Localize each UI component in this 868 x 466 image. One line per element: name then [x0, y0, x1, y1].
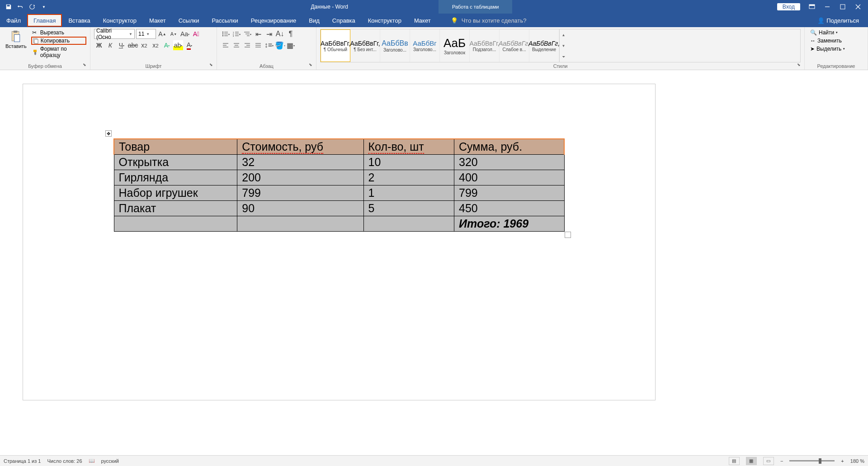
numbering-button[interactable]: 123▾: [231, 29, 241, 39]
page-indicator[interactable]: Страница 1 из 1: [4, 458, 41, 464]
style-normal[interactable]: АаБбВвГг,¶ Обычный: [321, 29, 350, 62]
align-left-button[interactable]: [221, 40, 231, 50]
tab-table-layout[interactable]: Макет: [408, 14, 437, 27]
grow-font-button[interactable]: A▲: [157, 29, 167, 39]
style-emphasis[interactable]: АаБбВвГг,Выделение: [529, 29, 559, 62]
clipboard-launcher-icon[interactable]: ⬊: [83, 62, 89, 69]
web-layout-button[interactable]: ▭: [763, 457, 774, 465]
font-launcher-icon[interactable]: ⬊: [209, 62, 216, 69]
bold-button[interactable]: Ж: [94, 40, 104, 50]
table-row[interactable]: Набор игрушек7991799: [114, 185, 564, 201]
tell-me-search[interactable]: 💡 Что вы хотите сделать?: [437, 17, 527, 24]
tab-view[interactable]: Вид: [302, 14, 326, 27]
subscript-button[interactable]: x2: [139, 40, 149, 50]
table-header-row[interactable]: Товар Стоимость, руб Кол-во, шт Сумма, р…: [114, 139, 564, 155]
header-cell[interactable]: Сумма, руб.: [454, 139, 564, 155]
change-case-button[interactable]: Aa▾: [180, 29, 190, 39]
style-heading1[interactable]: АаБбВвЗаголово...: [380, 29, 410, 62]
table-total-row[interactable]: Итого: 1969: [114, 216, 564, 232]
spell-check-icon[interactable]: 📖: [89, 458, 95, 464]
paragraph-launcher-icon[interactable]: ⬊: [309, 62, 315, 69]
paste-button[interactable]: Вставить: [4, 29, 28, 62]
font-color-button[interactable]: A▾: [184, 40, 194, 50]
table-row[interactable]: Плакат905450: [114, 201, 564, 216]
tab-home[interactable]: Главная: [27, 14, 62, 27]
sort-button[interactable]: A↓: [275, 29, 285, 39]
undo-icon[interactable]: [16, 3, 24, 11]
language-indicator[interactable]: русский: [101, 458, 119, 464]
header-cell[interactable]: Товар: [114, 139, 237, 155]
share-button[interactable]: 👤 Поделиться: [808, 17, 868, 24]
zoom-out-button[interactable]: −: [780, 458, 783, 464]
tab-table-design[interactable]: Конструктор: [362, 14, 408, 27]
borders-button[interactable]: ▦▾: [286, 40, 296, 50]
ribbon-display-icon[interactable]: [808, 3, 816, 10]
decrease-indent-button[interactable]: ⇤: [253, 29, 263, 39]
shading-button[interactable]: 🪣▾: [275, 40, 285, 50]
style-title[interactable]: АаБЗаголовок: [440, 29, 470, 62]
multilevel-button[interactable]: ▾: [242, 29, 252, 39]
redo-icon[interactable]: [28, 3, 36, 11]
tab-file[interactable]: Файл: [0, 14, 27, 27]
increase-indent-button[interactable]: ⇥: [264, 29, 274, 39]
group-clipboard-title: Буфер обмена: [4, 62, 86, 69]
align-center-button[interactable]: [231, 40, 241, 50]
minimize-icon[interactable]: [824, 3, 831, 10]
zoom-level[interactable]: 180 %: [850, 458, 864, 464]
style-subtitle[interactable]: АаБбВвГг,Подзагол...: [470, 29, 500, 62]
print-layout-button[interactable]: ▦: [746, 457, 757, 465]
style-no-spacing[interactable]: АаБбВвГг,¶ Без инт...: [350, 29, 380, 62]
tab-mailings[interactable]: Рассылки: [205, 14, 244, 27]
show-marks-button[interactable]: ¶: [286, 29, 296, 39]
justify-button[interactable]: [253, 40, 263, 50]
font-size-combo[interactable]: 11▼: [136, 29, 156, 39]
strikethrough-button[interactable]: abc: [128, 40, 138, 50]
tab-references[interactable]: Ссылки: [172, 14, 206, 27]
bullets-button[interactable]: ▾: [221, 29, 231, 39]
replace-button[interactable]: ↔ Заменить: [808, 37, 864, 44]
styles-launcher-icon[interactable]: ⬊: [797, 62, 803, 69]
clear-formatting-button[interactable]: A⃠: [191, 29, 201, 39]
table-row[interactable]: Гирлянда2002400: [114, 170, 564, 185]
copy-button[interactable]: Копировать: [31, 37, 86, 45]
header-cell[interactable]: Стоимость, руб: [237, 139, 363, 155]
style-weak-emphasis[interactable]: АаБбВвГг,Слабое в...: [500, 29, 529, 62]
tab-help[interactable]: Справка: [326, 14, 362, 27]
find-button[interactable]: 🔍 Найти ▾: [808, 29, 864, 36]
shrink-font-button[interactable]: A▼: [169, 29, 179, 39]
table-move-handle-icon[interactable]: ✥: [105, 130, 112, 137]
read-mode-button[interactable]: ▤: [729, 457, 740, 465]
line-spacing-button[interactable]: ↕≡▾: [264, 40, 274, 50]
text-effects-button[interactable]: A▾: [162, 40, 172, 50]
styles-gallery-more[interactable]: ▲▼⏷: [559, 29, 567, 62]
login-button[interactable]: Вход: [777, 3, 800, 10]
italic-button[interactable]: К: [105, 40, 115, 50]
close-icon[interactable]: [854, 3, 862, 10]
zoom-thumb[interactable]: [819, 458, 821, 464]
save-icon[interactable]: [5, 3, 13, 11]
document-table[interactable]: Товар Стоимость, руб Кол-во, шт Сумма, р…: [113, 138, 565, 232]
underline-button[interactable]: Ч▾: [117, 40, 127, 50]
tab-insert[interactable]: Вставка: [62, 14, 96, 27]
highlight-button[interactable]: ab▾: [173, 40, 183, 50]
superscript-button[interactable]: x2: [151, 40, 160, 50]
table-row[interactable]: Открытка3210320: [114, 155, 564, 170]
zoom-in-button[interactable]: +: [841, 458, 844, 464]
align-right-button[interactable]: [242, 40, 252, 50]
header-cell[interactable]: Кол-во, шт: [363, 139, 454, 155]
font-name-combo[interactable]: Calibri (Осно▼: [94, 29, 135, 39]
document-area[interactable]: ✥ Товар Стоимость, руб Кол-во, шт Сумма,…: [0, 70, 868, 455]
maximize-icon[interactable]: [839, 3, 846, 10]
customize-qat-icon[interactable]: ▼: [40, 3, 48, 11]
tab-review[interactable]: Рецензирование: [245, 14, 302, 27]
zoom-slider[interactable]: [789, 460, 835, 461]
format-painter-button[interactable]: Формат по образцу: [31, 45, 86, 59]
word-count[interactable]: Число слов: 26: [47, 458, 82, 464]
tab-layout[interactable]: Макет: [143, 14, 172, 27]
total-cell[interactable]: Итого: 1969: [454, 216, 564, 232]
style-heading2[interactable]: АаБбВгЗаголово...: [410, 29, 440, 62]
select-button[interactable]: ➤ Выделить ▾: [808, 45, 864, 52]
tab-design[interactable]: Конструктор: [97, 14, 143, 27]
cut-button[interactable]: ✂ Вырезать: [31, 29, 86, 36]
table-resize-handle-icon[interactable]: [565, 232, 571, 238]
